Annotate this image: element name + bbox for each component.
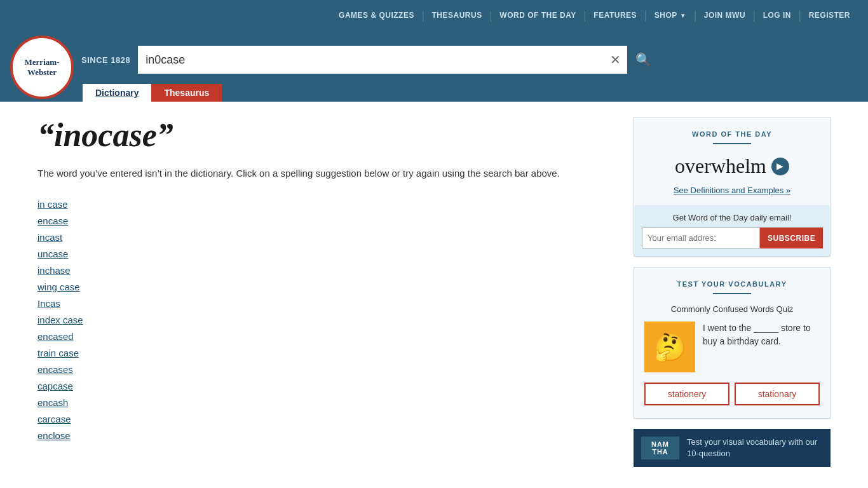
nav-login[interactable]: LOG IN xyxy=(756,11,799,20)
searched-word: inocase xyxy=(54,117,157,153)
vocab-image-row: 🤔 I went to the _____ store to buy a bir… xyxy=(644,322,820,372)
suggestion-link-8[interactable]: encased xyxy=(37,331,74,342)
suggestion-link-14[interactable]: enclose xyxy=(37,430,71,441)
list-item: enclose xyxy=(37,428,613,444)
name-card-badge: NAM THA xyxy=(641,437,679,459)
search-icon: 🔍 xyxy=(635,52,651,67)
name-badge-line1: NAM xyxy=(651,440,669,448)
suggestion-link-11[interactable]: capcase xyxy=(37,381,73,391)
suggestion-link-1[interactable]: encase xyxy=(37,215,68,226)
subscribe-button[interactable]: SUBSCRIBE xyxy=(760,227,823,248)
logo[interactable]: Merriam- Webster xyxy=(10,36,74,99)
wotd-word: overwhelm ▶ xyxy=(644,154,820,178)
main-layout: “inocase” The word you’ve entered isn’t … xyxy=(27,102,841,482)
vocab-options: stationery stationary xyxy=(644,383,820,405)
suggestion-link-0[interactable]: in case xyxy=(37,199,68,210)
nav-join[interactable]: JOIN MWU xyxy=(696,11,753,20)
email-row: SUBSCRIBE xyxy=(642,227,822,248)
email-signup-text: Get Word of the Day daily email! xyxy=(642,213,822,222)
header-row: Merriam- Webster SINCE 1828 ✕ 🔍 xyxy=(0,30,868,84)
search-container: ✕ 🔍 xyxy=(138,46,659,74)
list-item: train case xyxy=(37,345,613,362)
list-item: encases xyxy=(37,362,613,378)
vocab-card: TEST YOUR VOCABULARY Commonly Confused W… xyxy=(634,267,831,419)
list-item: Incas xyxy=(37,295,613,312)
word-heading: “inocase” xyxy=(37,117,613,153)
vocab-option-stationary[interactable]: stationary xyxy=(735,383,820,405)
search-clear-button[interactable]: ✕ xyxy=(604,52,627,67)
suggestion-link-12[interactable]: encash xyxy=(37,397,68,408)
suggestion-link-3[interactable]: uncase xyxy=(37,248,68,259)
name-badge-line2: THA xyxy=(652,448,668,456)
vocab-option-stationery[interactable]: stationery xyxy=(644,383,729,405)
suggestion-link-4[interactable]: inchase xyxy=(37,265,71,276)
close-quote: ” xyxy=(157,117,173,153)
search-input[interactable] xyxy=(138,53,604,67)
name-card-text: Test your visual vocabulary with our 10-… xyxy=(687,437,823,459)
chevron-down-icon: ▼ xyxy=(680,12,686,19)
top-nav: GAMES & QUIZZES | THESAURUS | WORD OF TH… xyxy=(0,0,868,30)
nav-games[interactable]: GAMES & QUIZZES xyxy=(331,11,422,20)
search-submit-button[interactable]: 🔍 xyxy=(627,46,659,74)
thinking-emoji: 🤔 xyxy=(653,332,686,363)
name-card[interactable]: NAM THA Test your visual vocabulary with… xyxy=(634,429,831,467)
list-item: encase xyxy=(37,213,613,229)
suggestion-link-2[interactable]: incast xyxy=(37,232,62,243)
not-found-message: The word you’ve entered isn’t in the dic… xyxy=(37,166,613,181)
suggestion-link-7[interactable]: index case xyxy=(37,315,83,325)
vocab-quiz-title: Commonly Confused Words Quiz xyxy=(644,304,820,314)
email-signup: Get Word of the Day daily email! SUBSCRI… xyxy=(634,205,830,256)
wotd-divider xyxy=(713,143,751,144)
nav-shop[interactable]: SHOP ▼ xyxy=(647,11,694,20)
vocab-image: 🤔 xyxy=(644,322,695,372)
wotd-word-text: overwhelm xyxy=(675,154,766,178)
list-item: encased xyxy=(37,329,613,345)
email-input[interactable] xyxy=(642,227,760,248)
vocab-divider xyxy=(713,293,751,294)
nav-features[interactable]: FEATURES xyxy=(586,11,644,20)
sidebar: WORD OF THE DAY overwhelm ▶ See Definiti… xyxy=(634,117,831,467)
wotd-card: WORD OF THE DAY overwhelm ▶ See Definiti… xyxy=(634,117,831,257)
list-item: in case xyxy=(37,196,613,213)
list-item: encash xyxy=(37,395,613,411)
search-bar: ✕ xyxy=(138,46,627,74)
suggestion-link-13[interactable]: carcase xyxy=(37,414,71,424)
suggestion-link-5[interactable]: wing case xyxy=(37,281,80,292)
list-item: index case xyxy=(37,312,613,329)
list-item: wing case xyxy=(37,279,613,295)
nav-register[interactable]: REGISTER xyxy=(801,11,858,20)
tab-dictionary[interactable]: Dictionary xyxy=(83,84,151,102)
list-item: incast xyxy=(37,229,613,246)
list-item: inchase xyxy=(37,262,613,279)
list-item: carcase xyxy=(37,411,613,428)
nav-wotd[interactable]: WORD OF THE DAY xyxy=(492,11,583,20)
nav-thesaurus[interactable]: THESAURUS xyxy=(424,11,490,20)
tabs-row: Dictionary Thesaurus xyxy=(0,84,868,102)
see-definitions-link[interactable]: See Definitions and Examples » xyxy=(644,186,820,195)
nav-links: GAMES & QUIZZES | THESAURUS | WORD OF TH… xyxy=(331,9,858,22)
suggestion-link-9[interactable]: train case xyxy=(37,348,79,358)
since-text: SINCE 1828 xyxy=(81,55,130,65)
suggestion-list: in case encase incast uncase inchase win… xyxy=(37,196,613,444)
suggestion-link-6[interactable]: Incas xyxy=(37,298,60,309)
list-item: uncase xyxy=(37,246,613,262)
list-item: capcase xyxy=(37,378,613,395)
suggestion-link-10[interactable]: encases xyxy=(37,364,73,375)
logo-webster: Webster xyxy=(27,67,57,78)
wotd-title: WORD OF THE DAY xyxy=(644,130,820,138)
open-quote: “ xyxy=(37,117,54,153)
vocab-sentence: I went to the _____ store to buy a birth… xyxy=(703,322,820,348)
audio-icon[interactable]: ▶ xyxy=(771,158,789,175)
logo-merriam: Merriam- xyxy=(25,57,60,67)
content-area: “inocase” The word you’ve entered isn’t … xyxy=(37,117,634,467)
tab-thesaurus[interactable]: Thesaurus xyxy=(151,84,222,102)
vocab-title: TEST YOUR VOCABULARY xyxy=(644,280,820,288)
